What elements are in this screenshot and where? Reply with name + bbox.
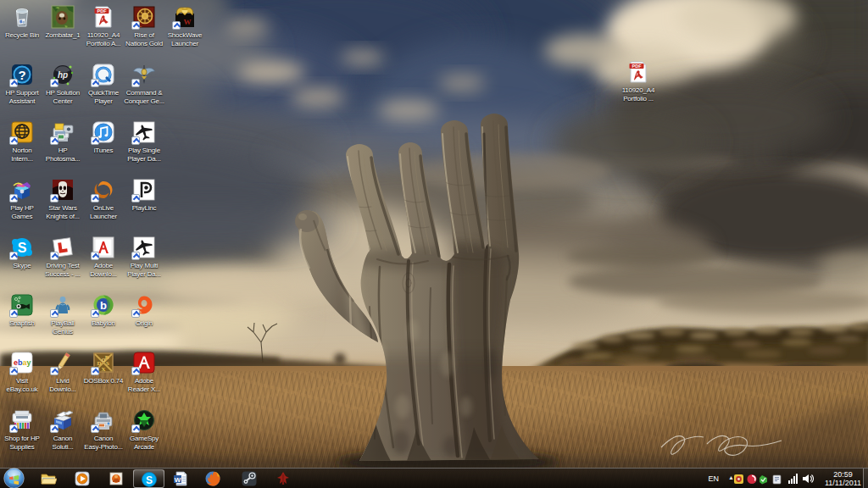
svg-text:W: W (175, 476, 181, 484)
svg-text:b: b (100, 299, 107, 312)
svg-text:S: S (146, 474, 153, 486)
svg-text:y: y (27, 358, 31, 367)
svg-text:PDF: PDF (97, 8, 108, 14)
svg-text:S: S (18, 241, 27, 255)
svg-text:X: X (101, 366, 105, 373)
svg-text:O: O (102, 358, 106, 363)
svg-text:?: ? (18, 68, 25, 82)
svg-text:PDF: PDF (632, 64, 643, 69)
svg-text:hp: hp (58, 70, 68, 80)
svg-text:S: S (106, 360, 109, 367)
svg-text:W: W (184, 18, 192, 26)
